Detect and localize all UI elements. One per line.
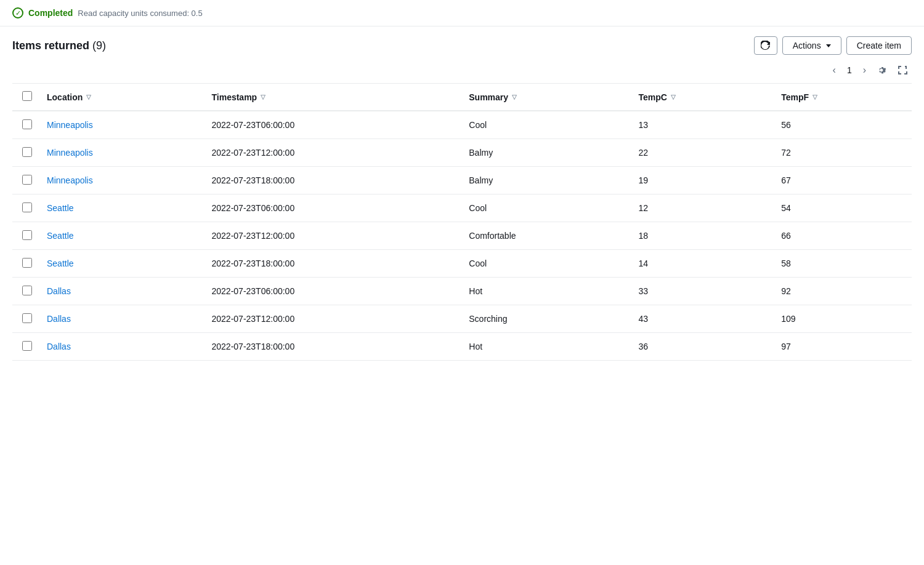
page-number: 1 — [842, 63, 857, 78]
row-location[interactable]: Dallas — [37, 305, 202, 333]
row-tempc: 43 — [629, 305, 772, 333]
table-row: Seattle2022-07-23T18:00:00Cool1458 — [12, 250, 912, 278]
table-row: Minneapolis2022-07-23T12:00:00Balmy2272 — [12, 139, 912, 167]
next-page-button[interactable]: › — [859, 62, 870, 78]
row-tempc: 18 — [629, 222, 772, 250]
table-container: Location ▽ Timestamp ▽ Summary ▽ — [0, 83, 924, 373]
sort-icon-summary: ▽ — [512, 94, 517, 100]
row-summary: Cool — [459, 111, 628, 139]
table-row: Minneapolis2022-07-23T18:00:00Balmy1967 — [12, 167, 912, 194]
sort-icon-tempc: ▽ — [671, 94, 676, 100]
sort-icon-tempf: ▽ — [813, 94, 817, 100]
sort-icon-timestamp: ▽ — [261, 94, 265, 100]
table-row: Seattle2022-07-23T12:00:00Comfortable186… — [12, 222, 912, 250]
row-tempc: 13 — [629, 111, 772, 139]
col-header-tempc[interactable]: TempC ▽ — [629, 84, 772, 111]
sort-icon-location: ▽ — [86, 94, 91, 100]
row-location[interactable]: Dallas — [37, 333, 202, 361]
row-checkbox[interactable] — [22, 230, 32, 240]
row-tempf: 56 — [771, 111, 912, 139]
row-timestamp: 2022-07-23T18:00:00 — [202, 333, 460, 361]
row-summary: Hot — [459, 278, 628, 305]
row-tempf: 67 — [771, 167, 912, 194]
row-checkbox-cell — [12, 250, 37, 278]
row-tempc: 36 — [629, 333, 772, 361]
row-location[interactable]: Seattle — [37, 250, 202, 278]
row-timestamp: 2022-07-23T06:00:00 — [202, 278, 460, 305]
row-tempc: 33 — [629, 278, 772, 305]
row-location[interactable]: Minneapolis — [37, 167, 202, 194]
row-summary: Balmy — [459, 167, 628, 194]
row-checkbox-cell — [12, 111, 37, 139]
row-timestamp: 2022-07-23T12:00:00 — [202, 222, 460, 250]
next-icon: › — [863, 65, 866, 76]
items-title-text: Items returned (9) — [12, 39, 106, 52]
row-checkbox[interactable] — [22, 147, 32, 157]
row-checkbox[interactable] — [22, 313, 32, 323]
prev-icon: ‹ — [833, 65, 836, 76]
row-location[interactable]: Minneapolis — [37, 111, 202, 139]
table-row: Minneapolis2022-07-23T06:00:00Cool1356 — [12, 111, 912, 139]
completed-icon: ✓ — [12, 7, 23, 18]
table-settings-button[interactable] — [872, 62, 891, 78]
row-summary: Cool — [459, 194, 628, 222]
row-location[interactable]: Seattle — [37, 194, 202, 222]
row-timestamp: 2022-07-23T18:00:00 — [202, 250, 460, 278]
row-checkbox-cell — [12, 278, 37, 305]
row-summary: Scorching — [459, 305, 628, 333]
chevron-down-icon — [826, 44, 831, 47]
status-completed-label: Completed — [28, 8, 73, 18]
row-checkbox-cell — [12, 333, 37, 361]
row-checkbox[interactable] — [22, 175, 32, 185]
row-summary: Balmy — [459, 139, 628, 167]
row-tempc: 22 — [629, 139, 772, 167]
toolbar-actions: Actions Create item — [754, 36, 912, 55]
row-summary: Comfortable — [459, 222, 628, 250]
row-location[interactable]: Seattle — [37, 222, 202, 250]
items-title: Items returned (9) — [12, 39, 106, 52]
row-tempf: 97 — [771, 333, 912, 361]
table-row: Dallas2022-07-23T18:00:00Hot3697 — [12, 333, 912, 361]
row-checkbox-cell — [12, 167, 37, 194]
row-location[interactable]: Dallas — [37, 278, 202, 305]
row-tempf: 66 — [771, 222, 912, 250]
row-tempf: 109 — [771, 305, 912, 333]
row-tempf: 72 — [771, 139, 912, 167]
row-tempf: 58 — [771, 250, 912, 278]
row-timestamp: 2022-07-23T06:00:00 — [202, 111, 460, 139]
row-timestamp: 2022-07-23T12:00:00 — [202, 305, 460, 333]
toolbar: Items returned (9) Actions Create item — [0, 26, 924, 60]
table-row: Dallas2022-07-23T06:00:00Hot3392 — [12, 278, 912, 305]
status-bar: ✓ Completed Read capacity units consumed… — [0, 0, 924, 26]
table-row: Dallas2022-07-23T12:00:00Scorching43109 — [12, 305, 912, 333]
row-tempc: 14 — [629, 250, 772, 278]
col-header-timestamp[interactable]: Timestamp ▽ — [202, 84, 460, 111]
row-checkbox[interactable] — [22, 341, 32, 351]
actions-button[interactable]: Actions — [782, 36, 841, 55]
row-checkbox[interactable] — [22, 258, 32, 268]
col-header-summary[interactable]: Summary ▽ — [459, 84, 628, 111]
refresh-button[interactable] — [754, 36, 777, 55]
row-checkbox[interactable] — [22, 286, 32, 295]
row-checkbox-cell — [12, 305, 37, 333]
row-checkbox[interactable] — [22, 202, 32, 212]
row-checkbox[interactable] — [22, 119, 32, 129]
prev-page-button[interactable]: ‹ — [829, 62, 840, 78]
items-table: Location ▽ Timestamp ▽ Summary ▽ — [12, 83, 912, 361]
row-tempf: 92 — [771, 278, 912, 305]
row-checkbox-cell — [12, 222, 37, 250]
select-all-checkbox[interactable] — [22, 91, 32, 101]
status-detail-label: Read capacity units consumed: 0.5 — [78, 9, 202, 18]
row-timestamp: 2022-07-23T18:00:00 — [202, 167, 460, 194]
header-checkbox-col — [12, 84, 37, 111]
col-header-location[interactable]: Location ▽ — [37, 84, 202, 111]
row-timestamp: 2022-07-23T12:00:00 — [202, 139, 460, 167]
row-summary: Cool — [459, 250, 628, 278]
table-row: Seattle2022-07-23T06:00:00Cool1254 — [12, 194, 912, 222]
row-location[interactable]: Minneapolis — [37, 139, 202, 167]
create-item-button[interactable]: Create item — [846, 36, 912, 55]
row-tempc: 19 — [629, 167, 772, 194]
pagination-bar: ‹ 1 › — [0, 60, 924, 83]
expand-button[interactable] — [893, 62, 912, 78]
col-header-tempf[interactable]: TempF ▽ — [771, 84, 912, 111]
